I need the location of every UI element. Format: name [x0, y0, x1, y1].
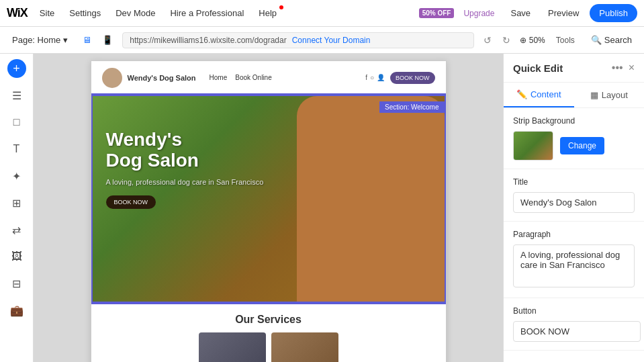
sidebar-menu-icon[interactable]: ☰ [5, 83, 29, 107]
help-menu[interactable]: Help [253, 5, 282, 21]
dog-body [297, 96, 445, 302]
url-text: https://mikewilliams16.wixsite.com/dogra… [130, 36, 286, 45]
left-sidebar: + ☰ □ T ✦ ⊞ ⇄ 🖼 ⊟ 💼 [0, 54, 34, 362]
zoom-control[interactable]: ⊕ 50% [520, 36, 545, 45]
service-image-1 [199, 332, 266, 362]
panel-options-icon[interactable]: ••• [612, 62, 623, 74]
hero-text-overlay: Wendy's Dog Salon A loving, professional… [106, 130, 264, 209]
page-selector[interactable]: Page: Home ▾ [7, 32, 73, 48]
services-grid [102, 332, 435, 362]
change-background-button[interactable]: Change [560, 137, 604, 154]
service-image-2 [271, 332, 338, 362]
site-navbar: Wendy's Dog Salon Home Book Online f ○ 👤… [91, 61, 446, 95]
panel-header: Quick Edit ••• × [504, 54, 644, 83]
save-button[interactable]: Save [504, 5, 537, 21]
discount-badge: 50% OFF [419, 8, 455, 18]
site-menu[interactable]: Site [34, 5, 60, 21]
mobile-icon[interactable]: 📱 [98, 32, 117, 48]
sidebar-tools-icon[interactable]: 💼 [5, 298, 29, 322]
device-icons: 🖥 📱 [79, 32, 117, 48]
sidebar-media-icon[interactable]: ⇄ [5, 218, 29, 242]
tools-button[interactable]: Tools [551, 33, 580, 48]
layout-icon: ▦ [590, 90, 598, 100]
hero-subtitle: A loving, professional dog care in San F… [106, 178, 264, 186]
wix-logo: WiX [7, 6, 28, 20]
panel-close-button[interactable]: × [629, 62, 635, 74]
strip-bg-row: Change [513, 131, 635, 161]
strip-background-section: Strip Background Change [504, 108, 644, 169]
site-nav-right: f ○ 👤 BOOK NOW [365, 72, 434, 84]
main-area: + ☰ □ T ✦ ⊞ ⇄ 🖼 ⊟ 💼 Wendy's Dog Salon Ho… [0, 54, 644, 362]
paragraph-label: Paragraph [513, 230, 635, 239]
social-icons: f ○ 👤 [365, 74, 385, 81]
preview-button[interactable]: Preview [541, 5, 586, 21]
user-icon[interactable]: 👤 [377, 74, 385, 81]
strip-bg-label: Strip Background [513, 116, 635, 126]
publish-button[interactable]: Publish [590, 4, 637, 22]
site-logo-image [102, 68, 122, 88]
title-input[interactable] [513, 192, 635, 213]
address-bar: Page: Home ▾ 🖥 📱 https://mikewilliams16.… [0, 27, 644, 54]
button-label: Button [513, 306, 635, 316]
paint-icon: ✏️ [516, 89, 527, 99]
section-badge: Section: Welcome [379, 101, 444, 113]
quick-edit-panel: Quick Edit ••• × ✏️ Content ▦ Layout Str… [503, 54, 644, 362]
button-section: Button ↗ ⚙ [504, 298, 644, 351]
facebook-icon[interactable]: f [365, 74, 367, 81]
undo-icon[interactable]: ↺ [479, 32, 496, 48]
sidebar-pages-icon[interactable]: □ [5, 110, 29, 134]
add-element-button[interactable]: + [7, 59, 26, 78]
top-bar: WiX Site Settings Dev Mode Hire a Profes… [0, 0, 644, 27]
services-section: Our Services [91, 303, 446, 362]
title-label: Title [513, 177, 635, 187]
nav-link-home[interactable]: Home [210, 74, 228, 81]
instagram-icon[interactable]: ○ [370, 74, 374, 81]
sidebar-layout-icon[interactable]: ⊟ [5, 271, 29, 296]
button-text-input[interactable] [513, 321, 641, 342]
sidebar-apps-icon[interactable]: ⊞ [5, 191, 29, 215]
redo-icon[interactable]: ↻ [498, 32, 514, 48]
button-field-row: ↗ ⚙ [513, 321, 635, 342]
site-logo: Wendy's Dog Salon [102, 68, 196, 88]
site-nav-links: Home Book Online [210, 74, 272, 81]
tab-layout[interactable]: ▦ Layout [574, 83, 645, 107]
website-preview: Wendy's Dog Salon Home Book Online f ○ 👤… [91, 60, 447, 362]
hire-menu[interactable]: Hire a Professional [165, 5, 249, 21]
paragraph-section: Paragraph A loving, professional dog car… [504, 222, 644, 298]
hero-section[interactable]: Wendy's Dog Salon A loving, professional… [91, 95, 446, 303]
site-book-now-button[interactable]: BOOK NOW [390, 72, 435, 84]
panel-tabs: ✏️ Content ▦ Layout [504, 83, 644, 108]
title-section: Title [504, 169, 644, 222]
search-icon: 🔍 [591, 35, 602, 45]
paragraph-textarea[interactable]: A loving, professional dog care in San F… [513, 244, 635, 287]
tab-content[interactable]: ✏️ Content [504, 83, 574, 107]
canvas: Wendy's Dog Salon Home Book Online f ○ 👤… [34, 54, 503, 362]
zoom-value: 50% [529, 36, 545, 45]
url-bar: https://mikewilliams16.wixsite.com/dogra… [122, 32, 473, 48]
nav-link-book[interactable]: Book Online [235, 74, 271, 81]
strip-thumbnail[interactable] [513, 131, 553, 161]
desktop-icon[interactable]: 🖥 [79, 32, 95, 48]
settings-menu[interactable]: Settings [64, 5, 106, 21]
zoom-plus-icon: ⊕ [520, 36, 526, 45]
services-title: Our Services [102, 314, 435, 326]
strip-thumb-image [514, 132, 553, 160]
sidebar-design-icon[interactable]: ✦ [5, 164, 29, 188]
hero-book-button[interactable]: BOOK NOW [106, 195, 156, 209]
hero-title: Wendy's Dog Salon [106, 130, 264, 171]
upgrade-button[interactable]: Upgrade [458, 6, 500, 21]
devmode-menu[interactable]: Dev Mode [110, 5, 160, 21]
panel-title: Quick Edit [513, 62, 612, 74]
search-button[interactable]: 🔍 Search [586, 32, 637, 48]
chevron-down-icon: ▾ [63, 35, 68, 45]
nav-icons: ↺ ↻ [479, 32, 514, 48]
sidebar-image-icon[interactable]: 🖼 [5, 244, 29, 269]
sidebar-text-icon[interactable]: T [5, 137, 29, 161]
connect-domain-link[interactable]: Connect Your Domain [292, 36, 371, 45]
site-logo-text: Wendy's Dog Salon [128, 74, 196, 82]
